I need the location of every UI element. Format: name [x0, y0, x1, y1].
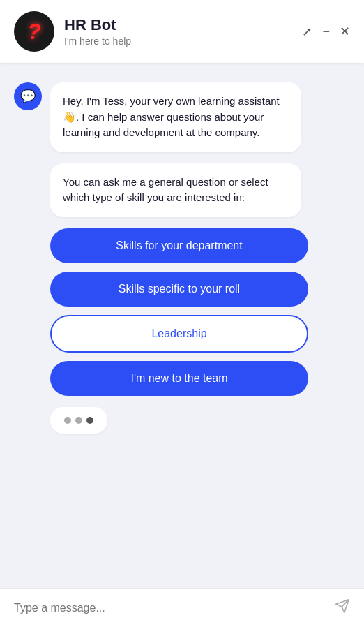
- header-title: HR Bot: [64, 16, 302, 34]
- typing-dot-1: [64, 417, 71, 424]
- typing-bubble: [50, 407, 107, 434]
- typing-dot-2: [75, 417, 82, 424]
- typing-dot-3: [86, 417, 93, 424]
- chat-bubble-icon: 💬: [20, 89, 36, 104]
- btn-skills-department[interactable]: Skills for your department: [50, 228, 308, 263]
- message-footer: [0, 588, 364, 627]
- header-text: HR Bot I'm here to help: [64, 16, 302, 47]
- message-row-2: You can ask me a general question or sel…: [14, 163, 350, 217]
- message-row-1: 💬 Hey, I'm Tess, your very own learning …: [14, 82, 350, 152]
- send-icon[interactable]: [335, 598, 350, 617]
- btn-skills-roll[interactable]: Skills specific to your roll: [50, 272, 308, 307]
- message-bubble-2: You can ask me a general question or sel…: [50, 163, 301, 217]
- btn-new-team[interactable]: I'm new to the team: [50, 361, 308, 396]
- choice-buttons: Skills for your department Skills specif…: [14, 228, 350, 396]
- btn-leadership[interactable]: Leadership: [50, 315, 308, 353]
- bot-avatar: ?: [14, 11, 54, 52]
- minimize-icon[interactable]: −: [322, 25, 330, 38]
- close-icon[interactable]: ✕: [340, 25, 350, 38]
- bot-message-avatar-1: 💬: [14, 82, 42, 110]
- expand-icon[interactable]: ➚: [302, 25, 312, 38]
- chat-header: ? HR Bot I'm here to help ➚ − ✕: [0, 0, 364, 63]
- header-controls: ➚ − ✕: [302, 25, 350, 38]
- chat-area: 💬 Hey, I'm Tess, your very own learning …: [0, 63, 364, 588]
- message-bubble-1: Hey, I'm Tess, your very own learning as…: [50, 82, 301, 152]
- header-subtitle: I'm here to help: [64, 36, 302, 47]
- message-input[interactable]: [14, 602, 335, 614]
- bot-avatar-icon: ?: [27, 19, 41, 45]
- typing-indicator-row: [14, 407, 350, 434]
